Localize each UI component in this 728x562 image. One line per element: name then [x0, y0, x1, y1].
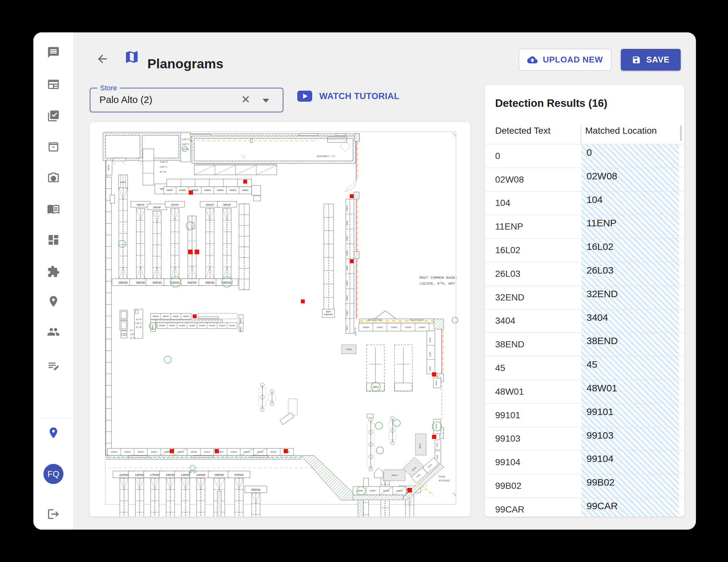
floor-plan-card: 99F0299F01HEATER@10'-11"120"H106"L45"W12… [90, 122, 471, 517]
save-icon [632, 55, 641, 64]
watch-tutorial-label: WATCH TUTORIAL [319, 91, 399, 101]
detection-results-title: Detection Results (16) [495, 97, 608, 109]
location-pin-icon[interactable] [47, 295, 60, 308]
svg-text:BOH: BOH [326, 310, 331, 313]
extension-puzzle-icon[interactable] [47, 265, 60, 278]
svg-text:34END: 34END [187, 281, 197, 284]
svg-text:LOZIER, 8"H, WHT: LOZIER, 8"H, WHT [419, 281, 455, 285]
matched-location-cell[interactable]: 02W08 [581, 168, 679, 191]
svg-text:43R01: 43R01 [346, 325, 348, 330]
book-icon[interactable] [47, 202, 60, 215]
table-row: 9910499104 [485, 450, 684, 474]
chevron-down-icon[interactable] [263, 99, 269, 103]
dashboard-icon[interactable] [47, 234, 60, 247]
chat-icon[interactable] [47, 46, 60, 59]
svg-text:43R04: 43R04 [346, 281, 348, 285]
svg-text:43R07: 43R07 [346, 236, 348, 241]
matched-location-cell[interactable]: 99101 [581, 404, 679, 427]
svg-text:02W22: 02W22 [138, 451, 144, 453]
svg-text:47W08: 47W08 [159, 325, 165, 327]
svg-text:43R08: 43R08 [346, 221, 348, 226]
watch-tutorial-link[interactable]: WATCH TUTORIAL [297, 91, 399, 102]
svg-text:120"L: 120"L [135, 322, 142, 325]
detected-text-cell: 26L03 [495, 262, 520, 285]
svg-text:99F02: 99F02 [108, 165, 109, 171]
svg-text:02W14: 02W14 [244, 451, 250, 453]
matched-location-cell[interactable]: 16L02 [581, 239, 679, 262]
matched-location-cell[interactable]: 11ENP [581, 215, 679, 238]
matched-location-cell[interactable]: 0 [581, 144, 679, 168]
svg-text:47W02: 47W02 [219, 325, 225, 327]
playlist-edit-icon[interactable] [47, 359, 60, 372]
svg-text:02W05: 02W05 [396, 490, 403, 492]
svg-text:43"H: 43"H [136, 318, 142, 321]
svg-text:26END: 26END [118, 281, 128, 284]
matched-location-cell[interactable]: 99104 [581, 451, 679, 474]
detected-text-cell: 99CAR [495, 498, 524, 517]
matched-location-cell[interactable]: 99103 [581, 427, 679, 451]
svg-text:11END: 11END [196, 473, 206, 476]
clear-icon[interactable]: ✕ [241, 93, 251, 106]
matched-location-cell[interactable]: 38END [581, 333, 679, 356]
upload-new-label: UPLOAD NEW [543, 55, 603, 65]
sidebar-divider [37, 418, 70, 418]
store-select[interactable]: Store Palo Alto (2) ✕ [90, 88, 283, 112]
detected-text-cell: 0 [495, 144, 500, 168]
svg-text:99B04: 99B04 [435, 381, 437, 385]
matched-location-cell[interactable]: 99CAR [581, 498, 679, 517]
table-row: 9910199101 [485, 403, 684, 427]
svg-text:DISPLAY: DISPLAY [324, 313, 333, 315]
detected-text-cell: 02W08 [495, 168, 524, 191]
user-avatar[interactable]: FQ [43, 464, 63, 484]
svg-text:44W04: 44W04 [204, 189, 211, 191]
matched-location-cell[interactable]: 3404 [581, 309, 679, 333]
svg-text:01W07: 01W07 [377, 326, 383, 328]
tasks-check-icon[interactable] [47, 109, 60, 122]
table-scrollbar-thumb[interactable] [680, 126, 682, 141]
svg-text:32END: 32END [170, 281, 180, 284]
svg-text:43R05: 43R05 [346, 266, 348, 271]
svg-text:02W24: 02W24 [111, 451, 118, 453]
matched-location-cell[interactable]: 99B02 [581, 474, 679, 498]
detected-text-cell: 99B02 [495, 474, 521, 498]
svg-text:MOST COMMON BASE:: MOST COMMON BASE: [419, 276, 457, 280]
svg-text:01W03: 01W03 [429, 337, 431, 342]
location-pin-active-icon[interactable] [47, 426, 60, 439]
svg-text:45W04: 45W04 [153, 315, 159, 317]
matched-location-cell[interactable]: 104 [581, 192, 679, 215]
newspaper-icon[interactable] [47, 78, 60, 91]
svg-text:43R03: 43R03 [346, 295, 348, 301]
people-icon[interactable] [47, 325, 60, 338]
svg-text:44W07: 44W07 [166, 189, 173, 191]
svg-text:44W02: 44W02 [229, 189, 236, 191]
upload-new-button[interactable]: UPLOAD NEW [519, 49, 611, 71]
svg-text:21END: 21END [119, 473, 129, 476]
svg-text:43R02: 43R02 [346, 310, 348, 315]
matched-location-cell[interactable]: 48W01 [581, 380, 679, 403]
save-button[interactable]: SAVE [621, 49, 681, 71]
detection-results-panel: Detection Results (16) Detected Text Mat… [485, 85, 684, 517]
svg-text:02W20: 02W20 [164, 451, 171, 453]
svg-text:106"L: 106"L [182, 143, 189, 146]
back-button[interactable] [96, 52, 109, 65]
svg-text:31"W: 31"W [136, 326, 142, 328]
map-icon [124, 49, 140, 65]
svg-text:45W02: 45W02 [173, 315, 179, 317]
svg-text:30END: 30END [152, 281, 162, 284]
svg-text:02W18: 02W18 [191, 451, 197, 453]
svg-text:02W13: 02W13 [257, 451, 264, 453]
column-header-matched-location: Matched Location [585, 126, 657, 144]
svg-text:96'-0": 96'-0" [188, 471, 197, 474]
logout-icon[interactable] [47, 508, 60, 521]
svg-text:99CAR: 99CAR [435, 424, 437, 429]
svg-text:02W15: 02W15 [231, 451, 237, 453]
svg-text:36ENP: 36ENP [206, 203, 214, 206]
matched-location-cell[interactable]: 45 [581, 356, 679, 380]
camera-icon[interactable] [47, 171, 60, 184]
archive-icon[interactable] [47, 140, 60, 153]
matched-location-cell[interactable]: 32END [581, 286, 679, 309]
svg-text:15END: 15END [165, 473, 175, 476]
detected-text-cell: 16L02 [495, 239, 520, 262]
table-row: 4545 [485, 356, 684, 380]
matched-location-cell[interactable]: 26L03 [581, 262, 679, 285]
